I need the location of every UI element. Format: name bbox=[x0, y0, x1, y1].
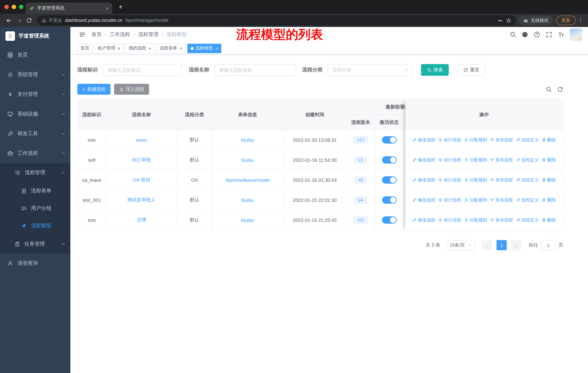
form-info-link[interactable]: biubiu bbox=[241, 137, 254, 143]
assign-rule-link[interactable]: 分配规则 bbox=[464, 197, 487, 203]
publish-process-link[interactable]: 发布流程 bbox=[490, 197, 513, 203]
reset-button[interactable]: 重置 bbox=[458, 64, 485, 76]
search-icon[interactable] bbox=[510, 31, 516, 38]
incognito-badge[interactable]: 无痕模式 bbox=[519, 16, 553, 25]
github-icon[interactable] bbox=[522, 31, 528, 38]
delete-link[interactable]: 删除 bbox=[542, 157, 556, 163]
page-number-1[interactable]: 1 bbox=[496, 240, 507, 250]
delete-link[interactable]: 删除 bbox=[542, 137, 556, 143]
page-size-select[interactable]: 10条/页 bbox=[446, 240, 475, 250]
tag-my-process[interactable]: 我的流程× bbox=[126, 43, 155, 53]
goto-page-input[interactable] bbox=[541, 240, 556, 250]
browser-tab[interactable]: 芋道管理系统 × bbox=[26, 2, 112, 14]
process-definition-link[interactable]: 流程定义 bbox=[516, 137, 539, 143]
form-info-link[interactable]: biubiu bbox=[241, 197, 254, 203]
create-process-button[interactable]: + 新建流程 bbox=[77, 84, 110, 95]
process-definition-link[interactable]: 流程定义 bbox=[516, 217, 539, 223]
modify-process-link[interactable]: 修改流程 bbox=[412, 197, 435, 203]
user-avatar[interactable] bbox=[570, 28, 582, 41]
publish-process-link[interactable]: 发布流程 bbox=[490, 157, 513, 163]
assign-rule-link[interactable]: 分配规则 bbox=[464, 177, 487, 183]
process-id-input[interactable] bbox=[103, 64, 182, 76]
publish-process-link[interactable]: 发布流程 bbox=[490, 217, 513, 223]
back-icon[interactable] bbox=[4, 15, 14, 26]
security-warning[interactable]: 不安全 bbox=[42, 17, 62, 23]
breadcrumb-workflow[interactable]: 工作流程 bbox=[110, 31, 130, 38]
tag-process-model[interactable]: 流程模型× bbox=[187, 43, 221, 53]
design-process-link[interactable]: 设计流程 bbox=[438, 197, 461, 203]
address-bar[interactable]: 不安全 dashboard.yudao.iocoder.cn/bpm/manag… bbox=[37, 15, 516, 26]
fullscreen-icon[interactable] bbox=[546, 31, 552, 38]
sidebar-collapse-icon[interactable] bbox=[79, 31, 86, 38]
breadcrumb-process-manage[interactable]: 流程管理 bbox=[138, 31, 158, 38]
close-icon[interactable]: × bbox=[215, 46, 218, 50]
sidebar-item-workflow[interactable]: 工作流程 bbox=[0, 143, 70, 163]
process-name-link[interactable]: OA 请假 bbox=[133, 177, 150, 183]
sidebar-item-devtools[interactable]: 研发工具 bbox=[0, 124, 70, 143]
sidebar-item-system[interactable]: 系统管理 bbox=[0, 65, 70, 84]
form-info-link[interactable]: biubiu bbox=[241, 157, 254, 163]
sidebar-item-process-model[interactable]: 流程模型 bbox=[0, 217, 70, 235]
import-process-button[interactable]: 导入流程 bbox=[114, 84, 149, 95]
modify-process-link[interactable]: 修改流程 bbox=[412, 177, 435, 183]
sidebar-item-process-form[interactable]: 流程表单 bbox=[0, 182, 70, 200]
process-definition-link[interactable]: 流程定义 bbox=[516, 197, 539, 203]
new-tab-button[interactable]: + bbox=[116, 2, 126, 12]
key-icon[interactable] bbox=[498, 18, 503, 23]
process-name-link[interactable]: eeee bbox=[136, 137, 147, 143]
process-definition-link[interactable]: 流程定义 bbox=[516, 177, 539, 183]
delete-link[interactable]: 删除 bbox=[542, 217, 556, 223]
browser-menu-icon[interactable]: ⋮ bbox=[577, 17, 584, 24]
next-page-button[interactable]: › bbox=[511, 240, 521, 250]
process-name-link[interactable]: 滔博 bbox=[137, 217, 146, 223]
font-size-icon[interactable] bbox=[558, 31, 564, 38]
tab-close-icon[interactable]: × bbox=[106, 6, 109, 11]
modify-process-link[interactable]: 修改流程 bbox=[412, 217, 435, 223]
reload-icon[interactable] bbox=[24, 15, 34, 26]
process-category-select[interactable]: 流程分类 bbox=[328, 64, 412, 76]
sidebar-item-home[interactable]: 首页 bbox=[0, 45, 70, 65]
sidebar-item-task-manage[interactable]: 任务管理 bbox=[0, 235, 70, 253]
form-info-link[interactable]: /bpm/oa/leave/create bbox=[225, 177, 270, 183]
design-process-link[interactable]: 设计流程 bbox=[438, 157, 461, 163]
bookmark-star-icon[interactable] bbox=[506, 18, 511, 23]
close-icon[interactable]: × bbox=[118, 46, 120, 50]
assign-rule-link[interactable]: 分配规则 bbox=[464, 217, 487, 223]
modify-process-link[interactable]: 修改流程 bbox=[412, 137, 435, 143]
sidebar-item-infrastructure[interactable]: 基础设施 bbox=[0, 104, 70, 124]
process-definition-link[interactable]: 流程定义 bbox=[516, 157, 539, 163]
forward-icon[interactable] bbox=[14, 15, 24, 26]
design-process-link[interactable]: 设计流程 bbox=[438, 137, 461, 143]
close-icon[interactable]: × bbox=[180, 46, 182, 50]
process-name-link[interactable]: 自己审批 bbox=[132, 157, 151, 163]
design-process-link[interactable]: 设计流程 bbox=[438, 217, 461, 223]
update-button[interactable]: 更新 bbox=[556, 16, 576, 25]
assign-rule-link[interactable]: 分配规则 bbox=[464, 137, 487, 143]
modify-process-link[interactable]: 修改流程 bbox=[412, 157, 435, 163]
sidebar-item-user-group[interactable]: 用户分组 bbox=[0, 200, 70, 217]
status-toggle[interactable] bbox=[382, 136, 396, 143]
close-icon[interactable]: × bbox=[149, 46, 151, 50]
sidebar-item-leave-query[interactable]: 请假查询 bbox=[0, 253, 70, 273]
minimize-window-button[interactable] bbox=[12, 5, 16, 9]
status-toggle[interactable] bbox=[382, 196, 396, 204]
sidebar-item-process-manage[interactable]: 流程管理 bbox=[0, 163, 70, 182]
delete-link[interactable]: 删除 bbox=[542, 177, 556, 183]
tag-process-form[interactable]: 流程表单× bbox=[156, 43, 186, 53]
search-button[interactable]: 搜索 bbox=[421, 64, 449, 76]
zoom-window-button[interactable] bbox=[19, 5, 23, 9]
delete-link[interactable]: 删除 bbox=[542, 197, 556, 203]
publish-process-link[interactable]: 发布流程 bbox=[490, 137, 513, 143]
publish-process-link[interactable]: 发布流程 bbox=[490, 177, 513, 183]
refresh-table-icon[interactable] bbox=[557, 86, 563, 92]
status-toggle[interactable] bbox=[382, 156, 396, 163]
process-name-link[interactable]: 测试多审批人 bbox=[127, 197, 156, 203]
assign-rule-link[interactable]: 分配规则 bbox=[464, 157, 487, 163]
status-toggle[interactable] bbox=[382, 216, 396, 224]
tag-tenant[interactable]: 租户管理× bbox=[94, 43, 124, 53]
breadcrumb-home[interactable]: 首页 bbox=[92, 31, 102, 38]
process-name-input[interactable] bbox=[214, 64, 296, 76]
help-icon[interactable] bbox=[534, 31, 540, 38]
design-process-link[interactable]: 设计流程 bbox=[438, 177, 461, 183]
form-info-link[interactable]: biubiu bbox=[241, 217, 254, 223]
